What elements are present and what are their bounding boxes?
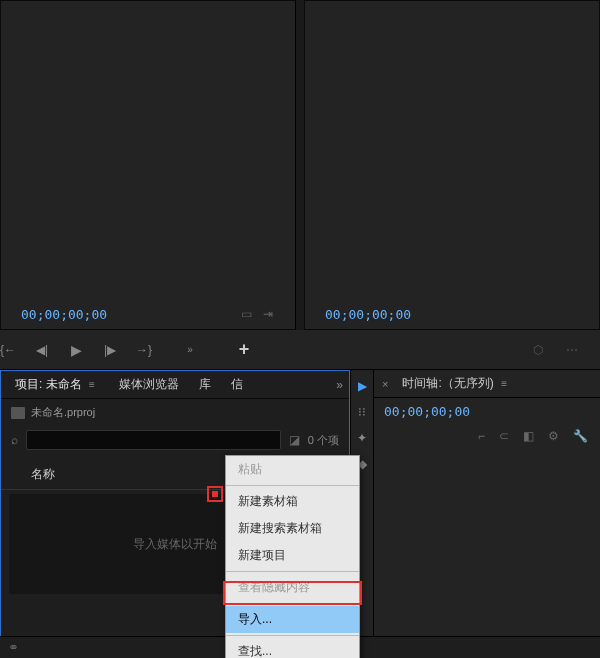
step-back-icon[interactable]: ◀| bbox=[34, 343, 50, 357]
tab-info[interactable]: 信息 bbox=[223, 372, 243, 397]
add-marker-icon[interactable]: + bbox=[236, 339, 252, 360]
menu-new-project[interactable]: 新建项目 bbox=[226, 542, 359, 569]
context-menu: 粘贴 新建素材箱 新建搜索素材箱 新建项目 查看隐藏内容 导入... 查找... bbox=[225, 455, 360, 658]
menu-paste[interactable]: 粘贴 bbox=[226, 456, 359, 483]
empty-hint: 导入媒体以开始 bbox=[133, 536, 217, 553]
selection-tool-icon[interactable]: ▶ bbox=[354, 378, 370, 394]
fit-icon[interactable]: ▭ bbox=[239, 307, 253, 321]
menu-separator bbox=[226, 571, 359, 572]
track-select-tool-icon[interactable]: ⁝⁝ bbox=[354, 404, 370, 420]
tab-project[interactable]: 项目: 未命名 ≡ bbox=[7, 372, 107, 397]
source-timecode[interactable]: 00;00;00;00 bbox=[21, 307, 107, 322]
search-icon: ⌕ bbox=[11, 433, 18, 447]
source-monitor: 00;00;00;00 ▭ ⇥ bbox=[0, 0, 296, 330]
menu-new-search-bin[interactable]: 新建搜索素材箱 bbox=[226, 515, 359, 542]
tab-menu-icon[interactable]: ≡ bbox=[85, 379, 99, 390]
menu-separator bbox=[226, 635, 359, 636]
panel-tabs: 项目: 未命名 ≡ 媒体浏览器 库 信息 » bbox=[1, 371, 349, 399]
tab-menu-icon[interactable]: ≡ bbox=[497, 378, 511, 389]
search-input[interactable] bbox=[26, 430, 281, 450]
program-monitor: 00;00;00;00 bbox=[304, 0, 600, 330]
tabs-overflow-icon[interactable]: » bbox=[336, 378, 343, 392]
tab-libraries[interactable]: 库 bbox=[191, 372, 219, 397]
tab-timeline[interactable]: 时间轴:（无序列) ≡ bbox=[394, 371, 519, 396]
more-controls-icon[interactable]: » bbox=[182, 344, 198, 355]
annotation-marker bbox=[207, 486, 223, 502]
wrench-icon[interactable]: 🔧 bbox=[573, 429, 588, 443]
folder-icon bbox=[11, 407, 25, 419]
project-file-row: 未命名.prproj bbox=[1, 399, 349, 426]
snap-icon[interactable]: ⌐ bbox=[478, 429, 485, 443]
link-icon[interactable]: ⊂ bbox=[499, 429, 509, 443]
menu-new-bin[interactable]: 新建素材箱 bbox=[226, 488, 359, 515]
menu-find[interactable]: 查找... bbox=[226, 638, 359, 658]
program-view[interactable] bbox=[305, 1, 599, 299]
menu-view-hidden[interactable]: 查看隐藏内容 bbox=[226, 574, 359, 601]
play-icon[interactable]: ▶ bbox=[68, 342, 84, 358]
menu-import[interactable]: 导入... bbox=[226, 606, 359, 633]
source-view[interactable] bbox=[1, 1, 295, 299]
chain-icon[interactable]: ⚭ bbox=[8, 640, 19, 655]
settings-icon[interactable]: ⚙ bbox=[548, 429, 559, 443]
close-icon[interactable]: × bbox=[382, 378, 388, 390]
filter-icon[interactable]: ◪ bbox=[289, 433, 300, 447]
menu-separator bbox=[226, 603, 359, 604]
menu-separator bbox=[226, 485, 359, 486]
timeline-panel: × 时间轴:（无序列) ≡ 00;00;00;00 ⌐ ⊂ ◧ ⚙ 🔧 bbox=[374, 370, 600, 658]
overflow-icon[interactable]: ⋯ bbox=[564, 343, 580, 357]
timeline-timecode[interactable]: 00;00;00;00 bbox=[384, 404, 470, 419]
column-name[interactable]: 名称 bbox=[11, 466, 259, 483]
program-timecode[interactable]: 00;00;00;00 bbox=[325, 307, 411, 322]
item-count: 0 个项 bbox=[308, 433, 339, 448]
mark-in-icon[interactable]: {← bbox=[0, 343, 16, 357]
ripple-tool-icon[interactable]: ✦ bbox=[354, 430, 370, 446]
shield-icon[interactable]: ⬡ bbox=[530, 343, 546, 357]
mark-out-icon[interactable]: →} bbox=[136, 343, 152, 357]
step-forward-icon[interactable]: |▶ bbox=[102, 343, 118, 357]
settings-icon[interactable]: ⇥ bbox=[261, 307, 275, 321]
project-filename: 未命名.prproj bbox=[31, 405, 95, 420]
transport-controls: {← ◀| ▶ |▶ →} » + ⬡ ⋯ bbox=[0, 330, 600, 370]
tab-media-browser[interactable]: 媒体浏览器 bbox=[111, 372, 187, 397]
marker-icon[interactable]: ◧ bbox=[523, 429, 534, 443]
